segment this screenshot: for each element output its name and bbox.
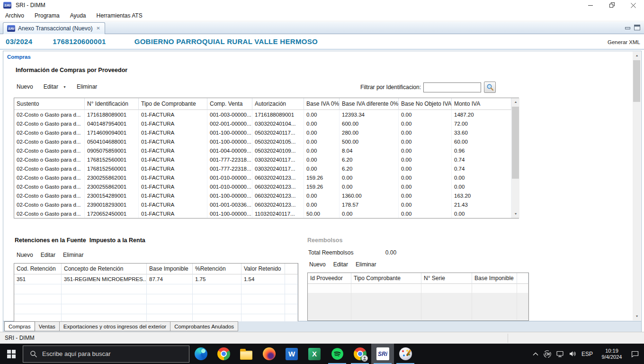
editar-button[interactable]: Editar bbox=[41, 252, 55, 258]
compras-grid-scrollbar[interactable] bbox=[511, 98, 519, 218]
language-indicator[interactable]: ESP bbox=[581, 351, 593, 357]
table-row[interactable]: 02-Costo o Gasto para d...23002558620010… bbox=[14, 182, 511, 191]
filter-input[interactable] bbox=[423, 82, 481, 92]
taskbar-app-file-explorer[interactable] bbox=[235, 344, 258, 364]
column-header[interactable]: Base No Objeto IVA bbox=[399, 98, 452, 110]
table-row[interactable]: 02-Costo o Gasto para d...17681525600010… bbox=[14, 155, 511, 164]
table-row[interactable]: 02-Costo o Gasto para d...05041046880010… bbox=[14, 137, 511, 146]
column-header[interactable]: Tipo de Comprobante bbox=[139, 98, 207, 110]
menu-item-ayuda[interactable]: Ayuda bbox=[65, 12, 91, 19]
eliminar-button[interactable]: Eliminar bbox=[77, 83, 97, 90]
network-icon[interactable] bbox=[556, 350, 564, 358]
column-header[interactable]: Id Proveedor bbox=[308, 273, 351, 284]
tab-compras[interactable]: Compras bbox=[4, 321, 35, 331]
column-header[interactable]: Base IVA diferente 0% bbox=[340, 98, 399, 110]
tab-close-icon[interactable] bbox=[95, 26, 101, 31]
taskbar-app-edge[interactable] bbox=[189, 344, 212, 364]
tab-ventas[interactable]: Ventas bbox=[35, 321, 60, 331]
editar-button[interactable]: Editar bbox=[44, 83, 58, 90]
column-header[interactable]: N° Identificación bbox=[85, 98, 139, 110]
menu-item-programa[interactable]: Programa bbox=[29, 12, 65, 19]
column-header[interactable]: Monto IVA bbox=[452, 98, 511, 110]
tab-exportaciones[interactable]: Exportaciones y otros ingresos del exter… bbox=[60, 321, 170, 331]
reembolsos-grid: Id ProveedorTipo ComprobanteN° SerieBase… bbox=[307, 273, 529, 321]
close-button[interactable] bbox=[623, 0, 644, 10]
nuevo-button[interactable]: Nuevo bbox=[17, 83, 33, 90]
retenciones-header-row: Cod. RetenciónConcepto de RetenciónBase … bbox=[14, 264, 298, 274]
eliminar-button[interactable]: Eliminar bbox=[63, 252, 83, 258]
scroll-up-button[interactable] bbox=[511, 98, 519, 106]
column-header[interactable]: Base Imponible bbox=[472, 273, 517, 284]
view-maximize-icon[interactable] bbox=[634, 25, 640, 30]
clock[interactable]: 10:19 9/4/2024 bbox=[597, 348, 626, 360]
table-row[interactable]: 02-Costo o Gasto para d...17681525600010… bbox=[14, 164, 511, 173]
editar-button[interactable]: Editar bbox=[333, 261, 348, 268]
table-cell: 02-Costo o Gasto para d... bbox=[14, 128, 85, 137]
column-header[interactable]: Concepto de Retención bbox=[62, 264, 147, 274]
table-row[interactable]: 02-Costo o Gasto para d...17206524500010… bbox=[14, 209, 511, 218]
table-cell bbox=[285, 304, 298, 314]
taskbar-search-input[interactable] bbox=[42, 350, 175, 357]
column-header[interactable]: Base IVA 0% bbox=[304, 98, 340, 110]
view-minimize-icon[interactable] bbox=[625, 25, 631, 30]
table-row[interactable]: 02-Costo o Gasto para d...09050758590010… bbox=[14, 146, 511, 155]
panel-scrollbar[interactable] bbox=[633, 52, 641, 320]
table-cell: 0.00 bbox=[304, 110, 340, 119]
restore-button[interactable] bbox=[601, 0, 623, 10]
column-header[interactable]: Comp. Venta bbox=[207, 98, 252, 110]
table-row[interactable]: 02-Costo o Gasto para d...17161880890010… bbox=[14, 110, 511, 119]
table-row[interactable]: 02-Costo o Gasto para d...17146090940010… bbox=[14, 128, 511, 137]
start-button[interactable] bbox=[0, 344, 23, 364]
table-row[interactable]: 02-Costo o Gasto para d...04014879540010… bbox=[14, 119, 511, 128]
table-cell: 159.26 bbox=[304, 182, 340, 191]
tab-anexo-transaccional[interactable]: SRi Anexo Transaccional (Nuevo) bbox=[3, 22, 105, 34]
taskbar-search[interactable] bbox=[23, 346, 189, 363]
taskbar-app-paint[interactable] bbox=[394, 344, 417, 364]
table-row[interactable]: 02-Costo o Gasto para d...23002558620010… bbox=[14, 173, 511, 182]
scroll-down-button[interactable] bbox=[633, 312, 641, 320]
column-header[interactable]: Valor Retenido bbox=[242, 264, 285, 274]
taskbar-app-word[interactable] bbox=[280, 344, 303, 364]
column-header[interactable]: Base Imponible bbox=[147, 264, 193, 274]
compras-table: SustentoN° IdentificaciónTipo de Comprob… bbox=[14, 98, 511, 218]
taskbar-app-spotify[interactable] bbox=[326, 344, 349, 364]
table-cell: 110320240117... bbox=[252, 209, 304, 218]
generar-xml-button[interactable]: Generar XML bbox=[608, 39, 640, 45]
taskbar-app-chrome[interactable] bbox=[212, 344, 235, 364]
table-row[interactable]: 351351-REGIMEN MICROEMPRES...87.741.751.… bbox=[14, 274, 298, 284]
total-reembolsos-value: 0.00 bbox=[385, 249, 396, 256]
editar-dropdown-icon[interactable] bbox=[63, 85, 66, 89]
nuevo-button[interactable]: Nuevo bbox=[17, 252, 33, 258]
scroll-down-button[interactable] bbox=[511, 210, 519, 218]
taskbar-app-sri-dimm[interactable]: SRi bbox=[371, 344, 394, 364]
column-header[interactable]: N° Serie bbox=[421, 273, 472, 284]
taskbar-app-firefox[interactable] bbox=[258, 344, 280, 364]
hidden-icons-chevron[interactable] bbox=[532, 351, 539, 357]
column-header[interactable]: Sustento bbox=[14, 98, 85, 110]
scroll-up-button[interactable] bbox=[633, 52, 641, 60]
eliminar-button[interactable]: Eliminar bbox=[356, 261, 376, 268]
taskbar-app-chrome-profile[interactable] bbox=[349, 344, 371, 364]
table-cell bbox=[351, 302, 421, 311]
scrollbar-thumb[interactable] bbox=[633, 60, 640, 102]
volume-icon[interactable] bbox=[569, 350, 577, 357]
column-header[interactable]: Autorización bbox=[252, 98, 304, 110]
column-header[interactable]: Cod. Retención bbox=[14, 264, 62, 274]
action-center-icon[interactable] bbox=[631, 350, 639, 358]
search-icon bbox=[30, 350, 37, 358]
minimize-button[interactable] bbox=[580, 0, 601, 10]
table-row[interactable]: 02-Costo o Gasto para d...23900182930010… bbox=[14, 200, 511, 209]
menu-item-herramientas-ats[interactable]: Herramientas ATS bbox=[91, 12, 148, 19]
firefox-icon bbox=[263, 347, 276, 360]
table-row[interactable]: 02-Costo o Gasto para d...23001542890010… bbox=[14, 191, 511, 200]
nuevo-button[interactable]: Nuevo bbox=[309, 261, 326, 268]
scrollbar-thumb[interactable] bbox=[512, 107, 519, 179]
taskbar-app-excel[interactable] bbox=[303, 344, 326, 364]
table-cell: 2300255862001 bbox=[85, 173, 139, 182]
tab-comprobantes-anulados[interactable]: Comprobantes Anulados bbox=[170, 321, 238, 331]
column-header[interactable]: %Retención bbox=[193, 264, 242, 274]
meet-now-icon[interactable] bbox=[543, 350, 552, 358]
search-button[interactable] bbox=[484, 82, 496, 93]
column-header[interactable]: Tipo Comprobante bbox=[351, 273, 421, 284]
menu-item-archivo[interactable]: Archivo bbox=[0, 12, 29, 19]
